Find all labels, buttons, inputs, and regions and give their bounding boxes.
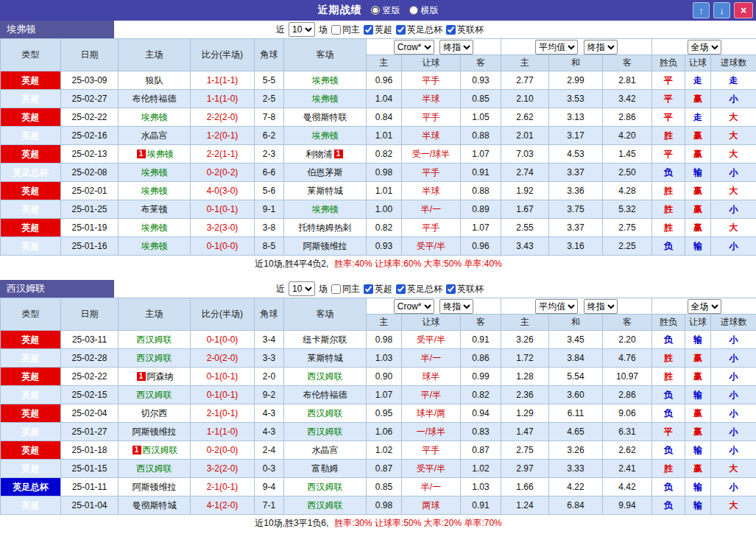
away-team-cell: 埃弗顿 (284, 71, 367, 90)
euro-home-odds: 1.29 (501, 404, 549, 423)
asian-away-odds: 0.87 (461, 441, 501, 460)
asian-time-select[interactable]: 终指 (439, 40, 473, 55)
close-icon: × (741, 4, 746, 16)
summary-record: 近10场,胜4平4负2, (255, 259, 328, 269)
scope-select[interactable]: 全场 (688, 40, 721, 55)
same-home-checkbox[interactable]: 同主 (331, 283, 360, 295)
col-header-date: 日期 (61, 39, 119, 71)
date-cell: 25-02-27 (61, 90, 119, 108)
euro-company-select[interactable]: 平均值 (535, 40, 578, 55)
league-checkbox-facup[interactable]: 英足总杯 (396, 283, 442, 295)
handicap-cell: 半/一 (402, 200, 461, 219)
layout-vertical-radio[interactable]: 竖版 (371, 4, 400, 17)
asian-home-odds: 0.98 (367, 331, 402, 349)
home-team-cell: 西汉姆联 (119, 386, 191, 404)
team-name-text: 布伦特福德 (303, 390, 347, 400)
team-name-text: 莱斯特城 (308, 186, 343, 196)
asian-company-select[interactable]: Crow* (394, 299, 434, 314)
col-header-result: 胜负 (652, 315, 685, 331)
league-checkbox-facup-input[interactable] (396, 25, 406, 35)
team-name-text: 埃弗顿 (312, 94, 339, 104)
asian-away-odds: 0.85 (461, 90, 501, 108)
euro-company-select[interactable]: 平均值 (535, 299, 578, 314)
league-checkbox-facup[interactable]: 英足总杯 (396, 24, 442, 36)
match-count-select[interactable]: 10 (289, 281, 315, 296)
league-checkbox-eflcup[interactable]: 英联杯 (446, 283, 484, 295)
home-team-cell: 狼队 (119, 71, 191, 90)
away-team-cell: 西汉姆联 (284, 404, 367, 423)
same-home-checkbox-input[interactable] (331, 25, 341, 35)
scope-select[interactable]: 全场 (688, 299, 721, 314)
col-header-euro-away: 客 (603, 315, 652, 331)
layout-vertical-radio-input[interactable] (371, 6, 380, 15)
col-header-score: 比分(半场) (191, 298, 255, 331)
date-cell: 25-03-09 (61, 71, 119, 90)
layout-horizontal-radio-input[interactable] (409, 6, 418, 15)
same-home-label: 同主 (342, 283, 360, 295)
filter-controls: 近 10 场 同主 英超 英足总杯 英联杯 (276, 281, 484, 296)
league-checkbox-premier[interactable]: 英超 (364, 24, 392, 36)
euro-home-odds: 2.36 (501, 386, 549, 404)
league-checkbox-facup-input[interactable] (396, 284, 406, 294)
scroll-down-button[interactable]: ↓ (713, 2, 730, 18)
league-checkbox-eflcup-input[interactable] (446, 25, 456, 35)
home-team-cell: 水晶宫 (119, 127, 191, 145)
asian-home-odds: 1.06 (367, 423, 402, 441)
titlebar-center: 近期战绩 竖版 横版 (318, 4, 439, 17)
games-label: 场 (319, 24, 328, 36)
home-team-cell: 切尔西 (119, 404, 191, 423)
handicap-result-cell: 输 (685, 237, 711, 256)
titlebar: 近期战绩 竖版 横版 ↑ ↓ × (0, 0, 756, 21)
score-cell: 1-1(1-0) (191, 423, 255, 441)
away-team-cell: 西汉姆联 (284, 478, 367, 496)
results-table-body: 英超25-03-09狼队1-1(1-1)5-5埃弗顿0.96平手0.932.77… (1, 71, 756, 256)
euro-away-odds: 6.31 (603, 423, 652, 441)
scroll-up-button[interactable]: ↑ (693, 2, 710, 18)
league-checkbox-eflcup[interactable]: 英联杯 (446, 24, 484, 36)
league-checkbox-eflcup-input[interactable] (446, 284, 456, 294)
corners-cell: 9-4 (255, 478, 284, 496)
same-home-checkbox-input[interactable] (331, 284, 341, 294)
team-name: 埃弗顿 (0, 21, 114, 38)
asian-company-select[interactable]: Crow* (394, 40, 434, 55)
euro-odds-controls: 平均值 终指 (501, 39, 652, 55)
close-button[interactable]: × (734, 2, 753, 18)
handicap-result-cell: 输 (685, 164, 711, 182)
league-checkbox-premier-input[interactable] (364, 284, 373, 294)
asian-home-odds: 0.95 (367, 404, 402, 423)
handicap-cell: 球半 (402, 368, 461, 386)
home-team-cell: 西汉姆联 (119, 460, 191, 478)
team-name-text: 阿斯顿维拉 (133, 427, 177, 437)
handicap-result-cell: 输 (685, 331, 711, 349)
asian-away-odds: 0.83 (461, 423, 501, 441)
col-header-score: 比分(半场) (191, 39, 255, 71)
league-facup-label: 英足总杯 (407, 24, 442, 36)
league-checkbox-premier[interactable]: 英超 (364, 283, 392, 295)
away-team-cell: 伯恩茅斯 (284, 164, 367, 182)
layout-horizontal-radio[interactable]: 横版 (409, 4, 439, 17)
col-header-euro-draw: 和 (549, 55, 603, 71)
corners-cell: 6-2 (255, 127, 284, 145)
handicap-result-cell: 走 (685, 108, 711, 127)
handicap-cell: 平手 (402, 164, 461, 182)
team-name-text: 埃弗顿 (141, 112, 168, 122)
league-checkbox-premier-input[interactable] (364, 25, 373, 35)
asian-time-select[interactable]: 终指 (439, 299, 473, 314)
team-name-text: 富勒姆 (312, 463, 339, 474)
euro-time-select[interactable]: 终指 (584, 299, 618, 314)
match-row: 英超25-02-221阿森纳0-1(0-1)2-0西汉姆联0.90球半0.991… (1, 368, 756, 386)
score-cell: 2-1(0-1) (191, 404, 255, 423)
same-home-checkbox[interactable]: 同主 (331, 24, 360, 36)
down-arrow-icon: ↓ (719, 5, 724, 16)
score-cell: 0-1(0-1) (191, 386, 255, 404)
team-section-everton: 埃弗顿 近 10 场 同主 英超 英足总杯 (0, 21, 756, 273)
euro-time-select[interactable]: 终指 (584, 40, 618, 55)
col-header-corners: 角球 (255, 39, 284, 71)
euro-away-odds: 10.97 (603, 368, 652, 386)
asian-away-odds: 0.91 (461, 164, 501, 182)
goals-result-cell: 小 (711, 386, 756, 404)
result-cell: 负 (652, 386, 685, 404)
euro-home-odds: 2.77 (501, 71, 549, 90)
table-header: 类型 日期 主场 比分(半场) 角球 客场 Crow* 终指 平均值 终指 全场 (1, 298, 756, 331)
match-count-select[interactable]: 10 (289, 22, 315, 37)
